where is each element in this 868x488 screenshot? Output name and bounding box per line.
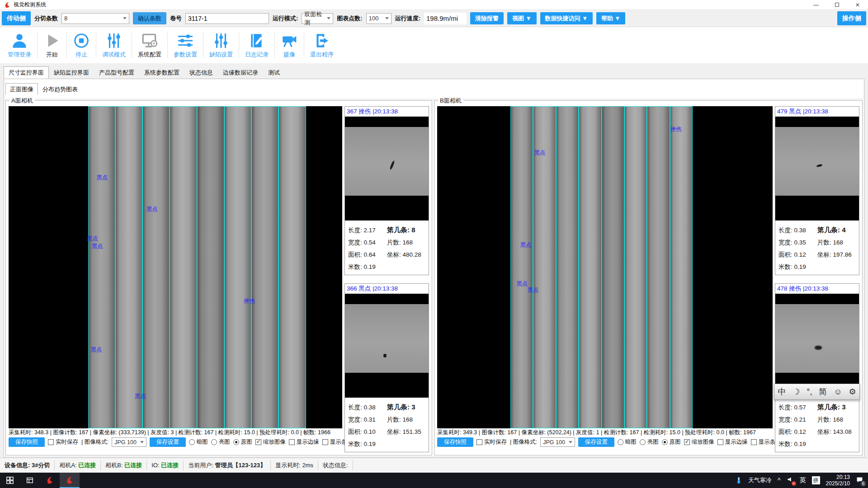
debug-mode-button[interactable]: 调试模式 <box>96 27 132 63</box>
main-toolbar: 传动侧 分切条数 8 确认条数 卷号 运行模式: 双面检测 图表点数: 100 … <box>0 10 868 27</box>
field-value: 0.10 <box>364 428 376 435</box>
parameter-settings-button[interactable]: 参数设置 <box>168 27 203 63</box>
view-menu-button[interactable]: 视图 ▼ <box>507 12 536 24</box>
language-indicator[interactable]: 英 <box>800 476 806 484</box>
show-edge-checkbox[interactable]: 显示边缘 <box>289 438 319 446</box>
roll-number-label: 卷号 <box>170 14 182 23</box>
bright-image-radio[interactable]: 亮图 <box>211 438 230 446</box>
image-format-dropdown[interactable]: JPG 100 <box>540 437 575 447</box>
image-format-dropdown[interactable]: JPG 100 <box>112 437 146 447</box>
tab-edge-data-record[interactable]: 边缘数据记录 <box>218 66 263 79</box>
start-button[interactable]: 开始 <box>38 27 66 63</box>
exit-icon <box>313 32 330 49</box>
field-label: 第几条: <box>817 403 840 411</box>
realtime-save-checkbox[interactable]: 实时保存 <box>48 438 78 446</box>
ime-settings-gear-icon[interactable]: ⚙ <box>849 388 856 396</box>
field-label: 长度: <box>778 227 793 234</box>
stop-button[interactable]: 停止 <box>67 27 96 63</box>
dark-image-radio[interactable]: 暗图 <box>618 438 637 446</box>
tab-defect-monitor[interactable]: 缺陷监控界面 <box>49 66 94 79</box>
help-menu-button[interactable]: 帮助 ▼ <box>596 12 625 24</box>
field-length: 长度: 0.57 <box>778 404 817 412</box>
camera-a-label: 相机A: <box>59 462 76 469</box>
icon-label: 系统配置 <box>138 51 161 59</box>
ime-emoji-icon[interactable]: ☺ <box>834 388 842 396</box>
task-view-button[interactable] <box>20 473 40 488</box>
show-edge-checkbox[interactable]: 显示边缘 <box>717 438 748 446</box>
field-row: 面积: 0.12坐标: 143.08 <box>778 426 858 438</box>
camera-a-image[interactable]: 黑点黑点黑点黑点挫伤黑点黑点 <box>9 106 342 428</box>
chart-points-dropdown[interactable]: 100 <box>366 13 392 24</box>
tab-product-model-config[interactable]: 产品型号配置 <box>94 66 139 79</box>
field-row: 米数: 0.19 <box>778 438 858 450</box>
icon-label: 退出程序 <box>310 51 334 59</box>
zoom-image-checkbox[interactable]: 缩放图像 <box>684 438 714 446</box>
image-format-label: | 图像格式: <box>81 438 108 446</box>
camera-b-controls: 保存快照 实时保存 | 图像格式: JPG 100 保存设置 暗图 亮图 原图 … <box>437 437 773 447</box>
save-settings-button[interactable]: 保存设置 <box>150 437 186 447</box>
save-snapshot-button[interactable]: 保存快照 <box>9 437 45 447</box>
confirm-strip-count-button[interactable]: 确认条数 <box>133 12 166 24</box>
run-mode-dropdown[interactable]: 双面检测 <box>302 13 333 24</box>
field-label: 第几条: <box>387 403 410 411</box>
ime-fullwidth-icon[interactable]: ☽ <box>793 388 800 396</box>
defect-card[interactable]: 367 挫伤 |20:13:38 长度: 2.17第几条: 8 宽度: 0.54… <box>344 106 429 275</box>
weather-text[interactable]: 天气寒冷 <box>748 476 772 484</box>
save-settings-button[interactable]: 保存设置 <box>578 437 614 447</box>
strip-count-dropdown[interactable]: 8 <box>61 13 129 24</box>
maximize-button[interactable] <box>826 0 847 9</box>
tab-test[interactable]: 测试 <box>263 66 285 79</box>
ime-punctuation-icon[interactable]: °, <box>807 388 812 396</box>
capture-button[interactable]: 摄像 <box>275 27 304 63</box>
original-image-radio[interactable]: 原图 <box>662 438 681 446</box>
defect-card[interactable]: 366 黑点 |20:13:38 长度: 0.38第几条: 3 宽度: 0.31… <box>344 283 429 452</box>
subtab-distribution-trend-chart[interactable]: 分布趋势图表 <box>38 83 82 95</box>
ime-simplified-toggle[interactable]: 简 <box>819 388 827 396</box>
tray-expand-chevron[interactable]: ^ <box>778 477 781 484</box>
drive-side-button[interactable]: 传动侧 <box>2 11 31 25</box>
defect-settings-button[interactable]: 缺陷设置 <box>203 27 239 63</box>
run-mode-label: 运行模式: <box>273 14 298 23</box>
close-button[interactable]: ✕ <box>847 0 868 9</box>
roll-number-input[interactable] <box>185 13 269 24</box>
taskbar-clock[interactable]: 20:13 2025/2/10 <box>826 474 850 487</box>
icon-label: 日志记录 <box>245 51 269 59</box>
bright-image-radio[interactable]: 亮图 <box>640 438 659 446</box>
start-menu-button[interactable] <box>0 473 20 488</box>
tab-status-info[interactable]: 状态信息 <box>184 66 218 79</box>
realtime-save-checkbox[interactable]: 实时保存 <box>476 438 507 446</box>
cut-strip <box>670 106 693 428</box>
clear-alarm-button[interactable]: 清除报警 <box>470 12 504 24</box>
ime-indicator[interactable]: 拼 <box>812 476 820 484</box>
dark-image-radio[interactable]: 暗图 <box>189 438 208 446</box>
operate-side-button[interactable]: 操作侧 <box>837 11 866 25</box>
volume-muted-button[interactable]: x <box>787 476 794 485</box>
minimize-button[interactable]: — <box>806 0 826 9</box>
zoom-image-checkbox[interactable]: 缩放图像 <box>255 438 286 446</box>
field-value: 197.86 <box>833 251 852 258</box>
taskbar-app-vision-system[interactable] <box>40 473 60 488</box>
divider <box>5 99 863 99</box>
camera-b-image[interactable]: 挫伤黑点黑点黑点黑点 <box>437 106 773 428</box>
save-snapshot-button[interactable]: 保存快照 <box>437 437 473 447</box>
taskbar-app-vision-system-active[interactable] <box>60 473 80 488</box>
notification-center-button[interactable]: 6 <box>856 476 863 485</box>
admin-login-button[interactable]: 管理登录 <box>2 27 37 63</box>
camera-a-status-line: 采集耗时: 348.3 | 图像计数: 167 | 像素坐标: (333,713… <box>9 428 342 437</box>
cut-strip <box>251 106 278 428</box>
tab-system-parameter-config[interactable]: 系统参数配置 <box>139 66 184 79</box>
defect-card[interactable]: 479 黑点 |20:13:38 长度: 0.38第几条: 4 宽度: 0.35… <box>775 106 859 275</box>
system-config-button[interactable]: 系统配置 <box>132 27 167 63</box>
ime-mode-toggle[interactable]: 中 <box>778 388 786 396</box>
thumbnail-material <box>345 304 429 373</box>
thermometer-icon[interactable] <box>735 476 742 484</box>
original-image-radio[interactable]: 原图 <box>233 438 252 446</box>
defect-card[interactable]: 478 挫伤 |20:13:38 长度: 0.57第几条: 3 宽度: 0.21… <box>775 283 859 452</box>
field-value: 0.57 <box>794 404 806 411</box>
clock-time: 20:13 <box>836 474 850 480</box>
log-record-button[interactable]: 日志记录 <box>239 27 274 63</box>
tab-size-monitor[interactable]: 尺寸监控界面 <box>4 66 49 79</box>
subtab-front-image[interactable]: 正面图像 <box>5 83 38 95</box>
data-quick-access-menu-button[interactable]: 数据快捷访问 ▼ <box>540 12 593 24</box>
exit-program-button[interactable]: 退出程序 <box>304 27 340 63</box>
